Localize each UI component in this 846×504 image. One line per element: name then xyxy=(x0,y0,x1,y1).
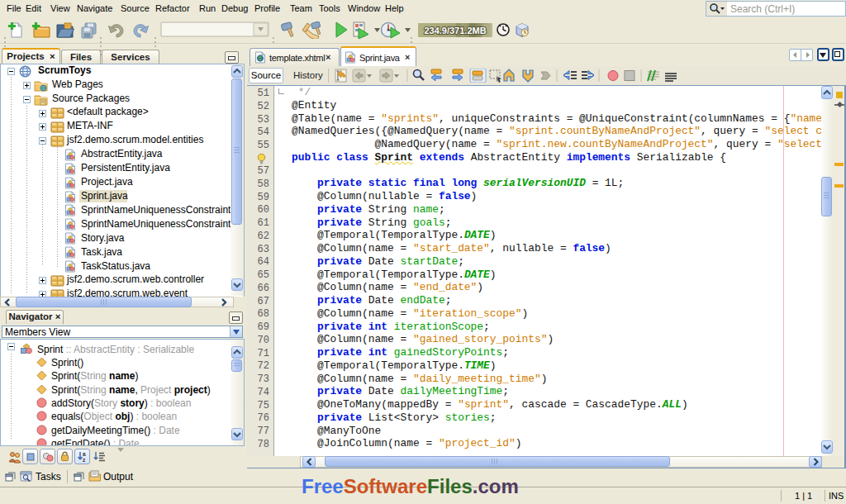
svg-text:234.9/371.2MB: 234.9/371.2MB xyxy=(424,26,486,36)
svg-text:z: z xyxy=(83,457,86,463)
svg-text:a: a xyxy=(83,451,86,457)
